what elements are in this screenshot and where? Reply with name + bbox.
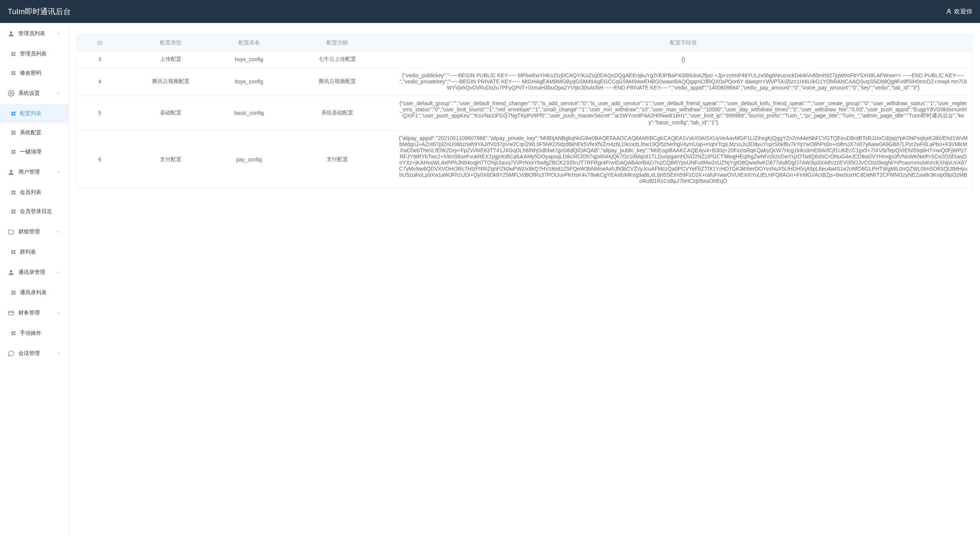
cell-id: 4: [77, 68, 123, 96]
menu-group-finance: 财务管理 手动操作: [0, 302, 69, 343]
svg-rect-28: [11, 210, 13, 212]
sidebar-item-admin-list[interactable]: 管理员列表: [0, 44, 69, 64]
svg-rect-12: [14, 112, 16, 114]
wallet-icon: [8, 310, 15, 316]
cell-id: 5: [77, 96, 123, 130]
main-content: ID 配置类型 配置表名 配置功能 配置字段值 3 上传配置 bsys_conf…: [69, 23, 980, 536]
sidebar-item-contacts-list[interactable]: 通讯录列表: [0, 283, 69, 302]
sidebar-item-group-list[interactable]: 群列表: [0, 243, 69, 262]
svg-rect-30: [11, 212, 13, 214]
cell-value: {"alipay_appid":"2021001109607866","alip…: [395, 130, 972, 189]
sidebar-item-system-config[interactable]: 系统配置: [0, 123, 69, 142]
sidebar-item-member-login-log[interactable]: 会员登录日志: [0, 202, 69, 221]
menu-header-contacts[interactable]: 通讯录管理: [0, 262, 69, 283]
menu-header-finance[interactable]: 财务管理: [0, 302, 69, 324]
table-row[interactable]: 3 上传配置 bsys_config 七牛云上传配置 {}: [77, 51, 972, 68]
sidebar-item-label: 手动操作: [20, 330, 41, 337]
welcome-user[interactable]: 欢迎你: [946, 8, 972, 16]
menu-label: 通讯录管理: [18, 269, 45, 276]
menu-header-groups[interactable]: 群组管理: [0, 221, 69, 243]
sidebar-item-member-list[interactable]: 会员列表: [0, 183, 69, 202]
svg-rect-2: [11, 52, 13, 54]
folder-icon: [8, 228, 15, 235]
svg-rect-8: [11, 73, 13, 75]
svg-rect-25: [14, 191, 16, 192]
app-header: TuIm即时通讯后台 欢迎你: [0, 0, 980, 23]
svg-rect-13: [11, 114, 13, 116]
sidebar-item-label: 管理员列表: [20, 51, 47, 57]
svg-rect-44: [11, 334, 13, 336]
user-icon: [8, 169, 15, 176]
table-row[interactable]: 6 支付配置 pay_config 支付配置 {"alipay_appid":"…: [77, 130, 972, 189]
svg-rect-18: [14, 133, 16, 135]
menu-header-user[interactable]: 用户管理: [0, 161, 69, 183]
svg-rect-16: [14, 131, 16, 133]
cell-type: 上传配置: [123, 51, 219, 68]
svg-rect-34: [11, 253, 13, 254]
sidebar: 管理员列表 管理员列表 修改密码 系统设置 配置列表 系统配置 一键清理: [0, 23, 69, 536]
grid-icon: [11, 190, 16, 195]
sidebar-item-manual-operation[interactable]: 手动操作: [0, 324, 69, 343]
svg-rect-31: [14, 212, 16, 214]
svg-rect-35: [14, 253, 16, 254]
cell-value: {"vedio_publickey":"-----BEGIN PUBLIC KE…: [395, 68, 972, 96]
sidebar-item-label: 修改密码: [20, 70, 41, 77]
svg-rect-20: [14, 150, 16, 152]
svg-rect-9: [14, 73, 16, 75]
sidebar-item-one-click-clean[interactable]: 一键清理: [0, 142, 69, 161]
user-icon: [946, 8, 952, 15]
grid-icon: [11, 149, 16, 155]
cell-table: bsys_config: [219, 51, 280, 68]
user-icon: [8, 30, 15, 37]
chevron-up-icon: [56, 91, 61, 96]
svg-rect-24: [11, 191, 13, 192]
sidebar-item-label: 一键清理: [20, 148, 41, 155]
chevron-down-icon: [56, 351, 61, 356]
sidebar-item-label: 会员列表: [20, 189, 41, 196]
svg-rect-22: [14, 152, 16, 154]
menu-header-system[interactable]: 系统设置: [0, 83, 69, 104]
table-row[interactable]: 5 基础配置 basic_config 系统基础配置 {"user_defaul…: [77, 96, 972, 130]
sidebar-item-change-password[interactable]: 修改密码: [0, 64, 69, 83]
cell-func: 七牛云上传配置: [280, 51, 395, 68]
svg-rect-19: [11, 150, 13, 152]
svg-rect-14: [14, 114, 16, 116]
cell-type: 基础配置: [123, 96, 219, 130]
menu-group-user: 用户管理 会员列表 会员登录日志: [0, 161, 69, 221]
sidebar-item-label: 群列表: [20, 249, 36, 256]
menu-group-contacts: 通讯录管理 通讯录列表: [0, 262, 69, 302]
table-header-row: ID 配置类型 配置表名 配置功能 配置字段值: [77, 35, 972, 51]
chat-icon: [8, 350, 15, 357]
cell-value: {}: [395, 51, 972, 68]
grid-icon: [11, 51, 16, 57]
cell-id: 3: [77, 51, 123, 68]
col-header-value: 配置字段值: [395, 35, 972, 51]
cell-func: 支付配置: [280, 130, 395, 189]
sidebar-item-label: 配置列表: [20, 110, 41, 117]
cell-table: pay_config: [219, 130, 280, 189]
table-row[interactable]: 4 腾讯云视频配置 bsys_config 腾讯云视频配置 {"vedio_pu…: [77, 68, 972, 96]
grid-icon: [11, 290, 16, 295]
svg-rect-42: [11, 331, 13, 333]
app-title: TuIm即时通讯后台: [8, 7, 71, 17]
cell-table: bsys_config: [219, 68, 280, 96]
cell-id: 6: [77, 130, 123, 189]
cell-func: 系统基础配置: [280, 96, 395, 130]
svg-rect-17: [11, 133, 13, 135]
sidebar-item-label: 系统配置: [20, 129, 41, 136]
svg-point-36: [10, 270, 12, 272]
menu-label: 财务管理: [18, 310, 40, 316]
svg-point-0: [948, 9, 950, 11]
menu-header-session[interactable]: 会话管理: [0, 343, 69, 364]
svg-rect-39: [11, 293, 13, 295]
menu-label: 群组管理: [18, 228, 40, 235]
menu-header-admin[interactable]: 管理员列表: [0, 23, 69, 44]
svg-rect-38: [14, 291, 16, 293]
sidebar-item-config-list[interactable]: 配置列表: [0, 104, 69, 123]
gear-icon: [8, 90, 15, 97]
cell-value: {"user_default_group":"","user_default_f…: [395, 96, 972, 130]
svg-rect-26: [11, 193, 13, 195]
cell-type: 腾讯云视频配置: [123, 68, 219, 96]
menu-label: 用户管理: [18, 169, 40, 176]
svg-rect-11: [11, 112, 13, 114]
